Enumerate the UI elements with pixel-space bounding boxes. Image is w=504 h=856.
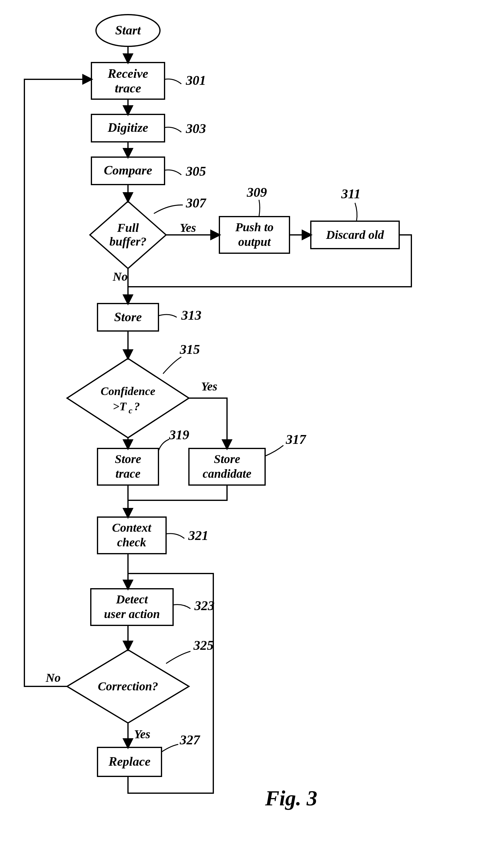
ref-327: 327 [179,733,200,748]
figure-caption: Fig. 3 [265,786,317,810]
lead-309 [259,200,260,217]
confidence-text1: Confidence [101,385,156,397]
confidence-text2: >T [113,400,127,413]
detect-user-text1: Detect [116,593,148,606]
fullbuf-yes: Yes [180,221,196,235]
push-output-text1: Push to [235,220,274,234]
lead-301 [164,79,181,84]
lead-319 [159,439,169,451]
ref-307: 307 [185,195,206,210]
full-buffer-text2: buffer? [109,235,146,248]
lead-307 [154,205,183,213]
ref-313: 313 [181,308,201,323]
correction-no: No [46,671,61,685]
lead-325 [166,651,191,664]
ref-303: 303 [185,121,206,136]
confidence-sub: c [129,406,132,415]
replace-text: Replace [108,754,150,768]
correction-text: Correction? [98,679,158,693]
ref-321: 321 [188,528,209,543]
ref-309: 309 [247,185,267,200]
store-candidate-text2: candidate [203,467,251,480]
ref-311: 311 [341,186,361,201]
ref-317: 317 [286,432,307,447]
ref-325: 325 [193,638,214,653]
edge-conf-candidate [189,398,227,448]
start-label: Start [115,23,141,37]
ref-315: 315 [179,342,200,357]
full-buffer-text1: Full [117,221,139,235]
digitize-text: Digitize [108,120,148,135]
correction-yes: Yes [134,727,150,741]
ref-301: 301 [185,73,206,88]
lead-303 [164,127,181,132]
lead-317 [265,445,283,456]
lead-305 [164,170,181,175]
push-output-text2: output [238,235,271,249]
lead-323 [173,605,191,609]
context-check-text2: check [117,535,146,549]
confidence-decision [67,358,189,438]
confidence-q: ? [134,400,140,413]
ref-305: 305 [185,164,206,179]
context-check-text1: Context [112,521,152,534]
store-trace-text2: trace [115,467,141,480]
ref-319: 319 [169,427,189,442]
conf-yes: Yes [201,379,217,393]
discard-old-text: Discard old [326,228,384,242]
receive-trace-text1: Receive [108,67,148,81]
receive-trace-text2: trace [115,81,141,95]
lead-315 [163,357,181,374]
edge-candidate-merge [128,485,227,500]
lead-311 [355,203,357,221]
lead-313 [159,314,177,317]
detect-user-text2: user action [104,607,160,621]
compare-text: Compare [104,163,152,177]
store-trace-text1: Store [115,452,141,466]
lead-321 [166,533,184,538]
fullbuf-no: No [112,270,128,284]
lead-327 [162,744,178,752]
store-candidate-text1: Store [214,452,240,466]
edge-correction-no-loop [24,79,91,686]
ref-323: 323 [194,598,215,613]
store-text: Store [114,310,142,324]
